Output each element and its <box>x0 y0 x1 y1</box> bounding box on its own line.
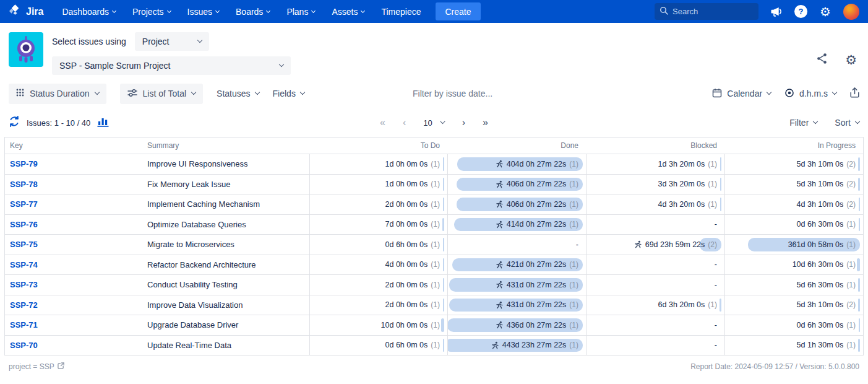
time-format-dropdown[interactable]: d.h.m.s <box>784 88 836 100</box>
statuses-label: Statuses <box>217 89 250 98</box>
nav-item-assets[interactable]: Assets <box>332 7 364 17</box>
duration-value: 404d 0h 27m 22s <box>507 160 567 168</box>
issue-key-link[interactable]: SSP-72 <box>10 300 38 310</box>
nav-item-boards[interactable]: Boards <box>236 7 270 17</box>
create-button[interactable]: Create <box>436 2 480 20</box>
settings-icon[interactable]: ⚙ <box>818 4 833 19</box>
duration-value: 0d 6h 0m 0s <box>385 240 428 249</box>
duration-count: (1) <box>431 321 440 329</box>
duration-count: (1) <box>569 281 578 289</box>
cell-in-progress: 0d 6h 30m 0s (1) <box>724 315 863 335</box>
help-icon[interactable]: ? <box>794 5 807 18</box>
column-header-summary[interactable]: Summary <box>142 141 309 150</box>
filter-dropdown[interactable]: Filter <box>789 118 817 128</box>
select-issues-label: Select issues using <box>52 37 126 46</box>
duration-count: (1) <box>846 260 856 269</box>
issue-key-link[interactable]: SSP-73 <box>10 280 38 289</box>
duration-count: (1) <box>708 300 717 309</box>
view-mode-button[interactable]: List of Total <box>120 84 204 104</box>
duration-value: 2d 0h 0m 0s <box>385 200 428 209</box>
issue-key-link[interactable]: SSP-71 <box>10 320 38 329</box>
issue-summary: Update Real-Time Data <box>142 336 309 356</box>
nav-item-label: Plans <box>286 7 308 17</box>
duration-value: 1d 3h 20m 0s <box>658 160 705 168</box>
sort-dropdown[interactable]: Sort <box>835 118 859 128</box>
duration-value: 5d 3h 10m 0s <box>797 160 844 168</box>
runner-icon <box>491 341 499 349</box>
duration-bar <box>441 318 444 332</box>
duration-count: (1) <box>431 160 440 168</box>
column-header-todo[interactable]: To Do <box>309 141 447 150</box>
runner-icon <box>496 200 504 208</box>
cell-to-do: 2d 0h 0m 0s (1) <box>309 295 447 315</box>
share-icon[interactable] <box>816 53 828 67</box>
export-icon[interactable] <box>850 87 859 100</box>
nav-item-dashboards[interactable]: Dashboards <box>62 7 116 17</box>
report-settings-icon[interactable]: ⚙ <box>845 53 857 66</box>
user-avatar[interactable] <box>843 4 859 20</box>
cell-in-progress: 0d 6h 30m 0s (1) <box>724 215 863 235</box>
nav-item-timepiece[interactable]: Timepiece <box>381 7 421 17</box>
page-size-select[interactable]: 10 <box>423 118 444 128</box>
external-link-icon[interactable] <box>58 362 64 371</box>
chevron-down-icon <box>197 38 202 43</box>
project-select[interactable]: SSP - Sample Scrum Project <box>52 56 291 75</box>
column-header-blocked[interactable]: Blocked <box>586 141 724 150</box>
chevron-down-icon <box>167 8 171 12</box>
column-header-done[interactable]: Done <box>447 141 586 150</box>
report-type-button[interactable]: Status Duration <box>9 84 106 104</box>
megaphone-icon[interactable] <box>769 4 784 19</box>
nav-item-label: Boards <box>236 7 263 17</box>
cell-blocked: - <box>586 215 724 235</box>
nav-item-plans[interactable]: Plans <box>286 7 315 17</box>
target-icon <box>784 88 794 100</box>
issue-summary: Refactor Backend Architecture <box>142 255 309 275</box>
cell-blocked: 4d 3h 20m 0s (1) <box>586 194 724 214</box>
fields-dropdown[interactable]: Fields <box>273 89 304 98</box>
duration-bar <box>720 178 721 191</box>
search-input[interactable] <box>672 7 754 16</box>
nav-item-issues[interactable]: Issues <box>187 7 219 17</box>
duration-count: (1) <box>846 240 856 249</box>
issue-key-link[interactable]: SSP-74 <box>10 260 38 269</box>
cell-in-progress: 5d 3h 10m 0s (2) <box>724 154 863 174</box>
cell-blocked: 69d 23h 59m 22s (2) <box>586 235 724 255</box>
issue-key-link[interactable]: SSP-78 <box>10 180 38 189</box>
duration-value: 2d 0h 0m 0s <box>385 281 428 289</box>
last-page-button[interactable]: » <box>483 118 488 128</box>
nav-item-projects[interactable]: Projects <box>132 7 171 17</box>
brand-name: Jira <box>26 6 43 17</box>
duration-value: 0d 6h 0m 0s <box>385 341 428 349</box>
table-row: SSP-71 Upgrade Database Driver 10d 0h 0m… <box>5 315 863 335</box>
issue-key-link[interactable]: SSP-77 <box>10 199 38 209</box>
cell-done: 414d 0h 27m 22s (1) <box>447 215 586 235</box>
next-page-button[interactable]: › <box>462 118 465 128</box>
chart-view-icon[interactable] <box>97 116 109 129</box>
timepiece-app-icon <box>9 32 43 67</box>
cell-done: 431d 0h 27m 22s (1) <box>447 295 586 315</box>
statuses-dropdown[interactable]: Statuses <box>217 89 259 98</box>
cell-in-progress: 10d 6h 30m 0s (1) <box>724 255 863 275</box>
cell-key: SSP-70 <box>5 336 142 356</box>
jira-home-link[interactable]: Jira <box>9 4 43 19</box>
prev-page-button[interactable]: ‹ <box>403 118 406 128</box>
column-header-inprogress[interactable]: In Progress <box>724 141 863 150</box>
duration-value: 431d 0h 27m 22s <box>507 300 567 309</box>
issue-summary: Fix Memory Leak Issue <box>142 175 309 194</box>
date-filter-input[interactable]: Filter by issue date... <box>413 89 492 98</box>
runner-icon <box>496 220 504 229</box>
issue-key-link[interactable]: SSP-75 <box>10 240 38 249</box>
search-box[interactable] <box>655 3 758 20</box>
refresh-icon[interactable] <box>9 116 20 129</box>
issue-source-select[interactable]: Project <box>135 32 209 51</box>
chevron-down-icon <box>279 62 284 67</box>
column-header-key[interactable]: Key <box>5 141 142 150</box>
issue-key-link[interactable]: SSP-70 <box>10 341 38 350</box>
issue-key-link[interactable]: SSP-79 <box>10 159 38 168</box>
calendar-dropdown[interactable]: Calendar <box>712 88 771 100</box>
first-page-button[interactable]: « <box>380 118 385 128</box>
issue-key-link[interactable]: SSP-76 <box>10 220 38 229</box>
cell-key: SSP-77 <box>5 194 142 214</box>
cell-blocked: - <box>586 275 724 295</box>
cell-to-do: 1d 0h 0m 0s (1) <box>309 175 447 194</box>
